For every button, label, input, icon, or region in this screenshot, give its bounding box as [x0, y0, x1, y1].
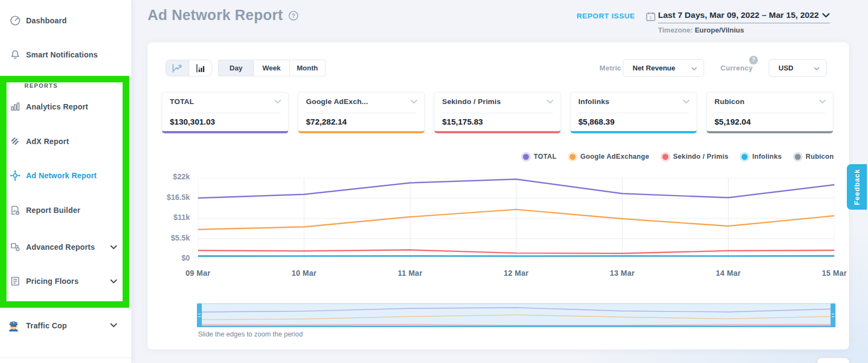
x-axis-tick: 14 Mar: [696, 269, 761, 277]
sidebar-item-label: Report Builder: [26, 206, 80, 215]
x-axis-tick: 10 Mar: [272, 269, 337, 277]
sidebar-item-advanced-reports[interactable]: Advanced Reports: [0, 239, 132, 255]
chat-widget-stub[interactable]: [817, 358, 850, 363]
svg-text:?: ?: [291, 12, 295, 19]
period-zoom-slider[interactable]: [197, 303, 835, 327]
line-chart-plot-area: [198, 178, 834, 259]
svg-text:1: 1: [650, 16, 652, 20]
legend-item-total[interactable]: TOTAL: [523, 153, 557, 160]
card-network-dropdown[interactable]: Infolinks: [578, 98, 690, 106]
advanced-reports-icon: [9, 241, 22, 254]
metric-label: Metric: [599, 60, 621, 76]
chevron-down-icon: [110, 279, 117, 284]
sidebar-item-label: Smart Notifications: [26, 50, 98, 59]
card-network-dropdown[interactable]: Sekindo / Primis: [442, 98, 554, 106]
metric-value: Net Revenue: [623, 64, 675, 72]
sidebar-item-pricing-floors[interactable]: Pricing Floors: [0, 274, 132, 289]
period-tabs: Day Week Month: [218, 60, 326, 76]
y-axis-tick: $0: [152, 254, 190, 262]
x-axis-tick: 11 Mar: [378, 269, 443, 277]
sidebar-divider: [0, 358, 132, 358]
legend-item-google-adexchange[interactable]: Google AdExchange: [570, 153, 649, 160]
date-range-text: Last 7 Days, Mar 09, 2022 – Mar 15, 2022: [658, 10, 830, 23]
legend-item-sekindo-primis[interactable]: Sekindo / Primis: [662, 153, 729, 160]
report-issue-link[interactable]: REPORT ISSUE: [577, 12, 635, 20]
tab-month[interactable]: Month: [290, 60, 326, 76]
slider-left-handle[interactable]: [197, 303, 202, 327]
line-chart: [198, 178, 834, 259]
feedback-tab[interactable]: Feedback: [847, 164, 867, 210]
card-value: $5,192.04: [714, 117, 751, 126]
currency-select[interactable]: USD: [769, 59, 827, 77]
summary-card-google-adexchange: Google AdExch... $72,282.14: [298, 92, 425, 133]
sidebar-item-label: Dashboard: [26, 16, 67, 25]
sidebar-item-label: Pricing Floors: [26, 277, 79, 286]
legend-dot: [662, 154, 668, 160]
card-value: $15,175.83: [442, 117, 483, 126]
summary-card-rubicon: Rubicon $5,192.04: [706, 92, 833, 133]
card-network-dropdown[interactable]: Google AdExch...: [306, 98, 418, 106]
legend-dot: [742, 154, 748, 160]
sidebar-item-dashboard[interactable]: Dashboard: [0, 13, 132, 28]
chevron-down-icon: [274, 99, 282, 104]
chevron-down-icon: [110, 245, 117, 250]
chevron-down-icon: [410, 99, 418, 104]
summary-card-sekindo-primis: Sekindo / Primis $15,175.83: [434, 92, 561, 133]
bar-chart-toggle-button[interactable]: [189, 60, 212, 76]
sidebar-item-report-builder[interactable]: Report Builder: [0, 203, 132, 218]
sidebar-item-traffic-cop[interactable]: Traffic Cop: [0, 317, 132, 334]
legend-item-rubicon[interactable]: Rubicon: [795, 153, 834, 160]
speedometer-icon: [9, 14, 22, 27]
pricing-floors-icon: [9, 275, 22, 288]
y-axis-tick: $16.5k: [152, 193, 190, 202]
x-axis-tick: 13 Mar: [590, 269, 655, 277]
sidebar-item-smart-notifications[interactable]: Smart Notifications: [0, 47, 132, 62]
y-axis-tick: $5.5k: [152, 234, 190, 242]
summary-card-infolinks: Infolinks $5,868.39: [570, 92, 697, 133]
card-divider: [306, 113, 417, 113]
card-divider: [442, 113, 553, 113]
chart-type-toggle: [165, 60, 212, 76]
sidebar-item-label: Advanced Reports: [26, 243, 95, 251]
bell-icon: [9, 48, 22, 61]
legend-item-infolinks[interactable]: Infolinks: [742, 153, 782, 160]
slider-grip: [198, 314, 201, 317]
chevron-down-icon: [819, 99, 826, 104]
calendar-icon: 1: [646, 11, 656, 22]
sidebar-item-label: Ad Network Report: [26, 171, 97, 180]
legend-dot: [570, 154, 576, 160]
sidebar-item-label: Analytics Report: [26, 102, 88, 111]
slider-right-handle[interactable]: [831, 303, 835, 327]
sidebar-item-label: Traffic Cop: [26, 321, 67, 330]
summary-cards: TOTAL $130,301.03 Google AdExch... $72,2…: [162, 92, 833, 133]
tab-week[interactable]: Week: [254, 60, 290, 76]
slider-grip: [832, 314, 834, 317]
x-axis-tick: 12 Mar: [484, 269, 549, 277]
slider-mini-chart: [197, 304, 835, 328]
card-divider: [714, 113, 825, 113]
app-screen: Dashboard Smart Notifications REPORTS An…: [0, 0, 868, 363]
sidebar: Dashboard Smart Notifications REPORTS An…: [0, 0, 132, 363]
card-value: $5,868.39: [578, 117, 615, 126]
line-chart-toggle-button[interactable]: [166, 60, 189, 76]
currency-help-icon[interactable]: ?: [749, 56, 758, 64]
help-icon[interactable]: ?: [288, 10, 299, 21]
card-network-dropdown[interactable]: Rubicon: [714, 98, 826, 106]
sidebar-item-ad-network-report[interactable]: Ad Network Report: [0, 168, 132, 183]
currency-value: USD: [769, 64, 793, 72]
metric-select[interactable]: Net Revenue: [623, 59, 704, 77]
tab-day[interactable]: Day: [218, 60, 254, 76]
card-divider: [578, 113, 689, 113]
card-network-dropdown[interactable]: TOTAL: [170, 98, 282, 106]
sidebar-item-adx-report[interactable]: AdX Report: [0, 134, 132, 149]
x-axis-tick: 15 Mar: [802, 269, 867, 277]
chevron-down-icon: [546, 99, 554, 104]
sidebar-item-analytics-report[interactable]: Analytics Report: [0, 99, 132, 114]
card-value: $72,282.14: [306, 117, 347, 126]
page-title: Ad Network Report ?: [148, 7, 299, 24]
ad-network-icon: [9, 169, 22, 182]
adx-slashes-icon: [9, 135, 22, 148]
date-range-picker[interactable]: Last 7 Days, Mar 09, 2022 – Mar 15, 2022: [658, 10, 830, 23]
report-builder-icon: [9, 204, 22, 217]
traffic-cop-icon: [7, 319, 20, 332]
